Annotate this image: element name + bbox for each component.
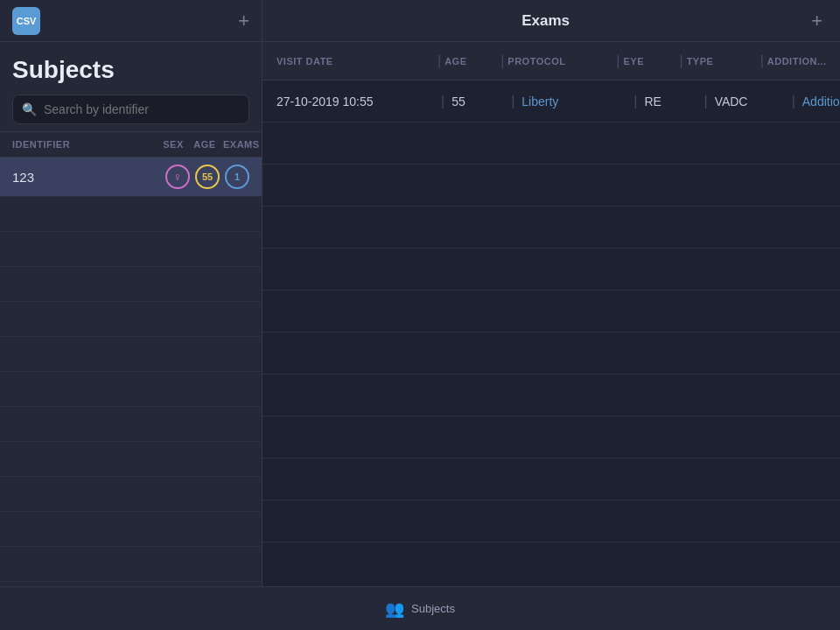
subjects-icon: 👥 (385, 599, 404, 619)
main-content: Subjects 🔍 IDENTIFIER SEX AGE EXAMS 123 … (0, 42, 840, 586)
exams-title: Exams (280, 12, 811, 30)
empty-row (0, 337, 262, 372)
empty-exam-row (262, 416, 840, 458)
sep2: | (500, 53, 504, 69)
empty-exam-row (262, 164, 840, 206)
sep1: | (438, 53, 441, 69)
col-eye-header: EYE (623, 56, 676, 66)
col-type-header: TYPE (687, 56, 757, 66)
empty-row (0, 442, 262, 477)
bottom-bar: 👥 Subjects (0, 586, 840, 630)
cell-additional: Additional (802, 94, 840, 108)
badge-age: 55 (195, 164, 220, 189)
row-sep1: | (441, 94, 444, 109)
empty-exam-row (262, 332, 840, 374)
empty-exam-row (262, 500, 840, 542)
empty-row (0, 512, 262, 547)
col-identifier-header: IDENTIFIER (12, 139, 160, 150)
col-exams-header: EXAMS (223, 139, 249, 150)
empty-row (0, 302, 262, 337)
empty-row (0, 477, 262, 512)
empty-exam-row (262, 458, 840, 500)
sidebar-table-header: IDENTIFIER SEX AGE EXAMS (0, 131, 262, 158)
search-icon: 🔍 (22, 102, 37, 116)
col-badges-header: SEX AGE EXAMS (160, 139, 249, 150)
badge-exams: 1 (225, 164, 249, 189)
col-age-header: AGE (444, 56, 497, 66)
sidebar: Subjects 🔍 IDENTIFIER SEX AGE EXAMS 123 … (0, 42, 262, 586)
sep3: | (616, 53, 620, 69)
empty-exam-row (262, 206, 840, 248)
add-subject-button[interactable]: + (238, 11, 249, 31)
empty-row (0, 197, 262, 232)
search-input[interactable] (44, 102, 240, 116)
exams-panel: VISIT DATE | AGE | PROTOCOL | EYE | TYPE… (262, 42, 840, 586)
bottom-bar-label: Subjects (411, 602, 455, 615)
subject-badges: ♀ 55 1 (165, 164, 249, 189)
sep4: | (679, 53, 682, 69)
col-additional-header: ADDITION... (767, 56, 840, 66)
empty-row (0, 407, 262, 442)
sidebar-list: 123 ♀ 55 1 (0, 158, 262, 586)
sidebar-header: Subjects 🔍 (0, 42, 262, 131)
empty-row (0, 232, 262, 267)
badge-sex: ♀ (165, 164, 190, 189)
row-sep4: | (704, 94, 707, 109)
table-row[interactable]: 27-10-2019 10:55 | 55 | Liberty | RE | V… (262, 80, 840, 122)
cell-type: VADC (715, 94, 785, 108)
empty-exam-row (262, 122, 840, 164)
sex-symbol: ♀ (173, 170, 183, 184)
exams-table-header: VISIT DATE | AGE | PROTOCOL | EYE | TYPE… (262, 42, 840, 80)
row-sep2: | (511, 94, 514, 109)
col-age-header: AGE (192, 139, 218, 150)
empty-exam-row (262, 374, 840, 416)
col-sex-header: SEX (160, 139, 186, 150)
empty-row (0, 267, 262, 302)
cell-visit-date: 27-10-2019 10:55 (276, 94, 434, 108)
logo-icon: CSV (12, 7, 40, 35)
empty-row (0, 547, 262, 582)
row-sep3: | (634, 94, 637, 109)
top-bar: CSV + Exams + (0, 0, 840, 42)
row-sep5: | (792, 94, 795, 109)
top-bar-right: Exams + (262, 0, 840, 41)
cell-eye: RE (644, 94, 696, 108)
subject-identifier: 123 (12, 170, 165, 185)
sep5: | (760, 53, 764, 69)
col-visit-date-header: VISIT DATE (276, 56, 434, 66)
empty-exam-rows (262, 122, 840, 586)
sidebar-title: Subjects (12, 56, 249, 84)
empty-exam-row (262, 290, 840, 332)
cell-protocol: Liberty (522, 94, 626, 108)
search-bar[interactable]: 🔍 (12, 94, 249, 124)
col-protocol-header: PROTOCOL (508, 56, 612, 66)
empty-row (0, 372, 262, 407)
cell-age: 55 (452, 94, 504, 108)
list-item[interactable]: 123 ♀ 55 1 (0, 158, 262, 197)
top-bar-left: CSV + (0, 0, 262, 41)
empty-exam-row (262, 248, 840, 290)
add-exam-button[interactable]: + (811, 10, 822, 32)
